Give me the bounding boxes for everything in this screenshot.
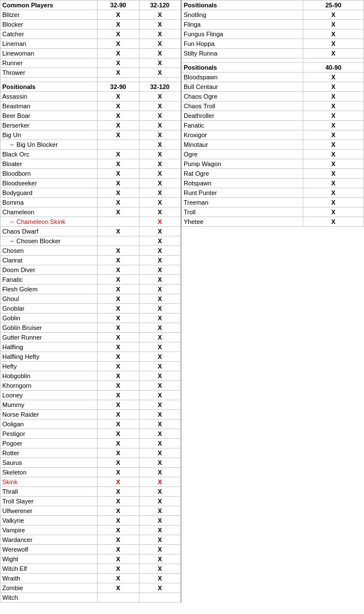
list-item: Witch <box>1 593 181 603</box>
player-name: Norse Raider <box>1 410 98 420</box>
list-item: Runt PunterX <box>182 188 364 198</box>
list-item: RotspawnX <box>182 179 364 188</box>
player-name: Lineman <box>1 39 98 49</box>
list-item: BloodbornXX <box>1 169 181 179</box>
player-name: Goblin Bruiser <box>1 323 98 333</box>
player-name: Treeman <box>182 198 303 208</box>
list-item: WightXX <box>1 554 181 564</box>
player-name: Wight <box>1 554 98 564</box>
list-item: FanaticXX <box>1 275 181 285</box>
player-name: Ogre <box>182 150 303 159</box>
player-name: Chaos Troll <box>182 101 303 111</box>
list-item: Pump WagonX <box>182 159 364 169</box>
list-item: TreemanX <box>182 198 364 208</box>
list-item: Goblin BruiserXX <box>1 323 181 333</box>
list-item: WraithXX <box>1 574 181 583</box>
player-name: Gutter Runner <box>1 333 98 342</box>
list-item: PogoerXX <box>1 439 181 448</box>
list-item: SkeletonXX <box>1 468 181 477</box>
player-name: Big Un <box>1 130 98 140</box>
player-name: Troll Slayer <box>1 497 98 506</box>
list-item: Witch ElfXX <box>1 564 181 574</box>
list-item: LooneyXX <box>1 391 181 400</box>
list-item: KroxigorX <box>182 130 364 140</box>
common-players-header: Common Players 32-90 32-120 <box>1 1 181 10</box>
list-item: VampireXX <box>1 526 181 535</box>
common-col2-header: 32-120 <box>139 1 180 10</box>
list-item: Gutter RunnerXX <box>1 333 181 342</box>
player-name: Stilty Runna <box>182 49 303 58</box>
list-item: CatcherXX <box>1 29 181 39</box>
common-col1-header: 32-90 <box>98 1 139 10</box>
player-name: Fun Hoppa <box>182 39 303 49</box>
list-item: KhorngornXX <box>1 381 181 391</box>
positionals-label: Positionals <box>1 82 98 92</box>
player-name: Looney <box>1 391 98 400</box>
list-item: → Big Un BlockerX <box>1 140 181 150</box>
list-item: ThrowerXX <box>1 68 181 78</box>
list-item: SaurusXX <box>1 458 181 468</box>
list-item: MummyXX <box>1 400 181 410</box>
list-item: GhoulXX <box>1 294 181 304</box>
list-item: Doom DiverXX <box>1 265 181 275</box>
list-item: HalflingXX <box>1 342 181 352</box>
list-item: Troll SlayerXX <box>1 497 181 506</box>
list-item: ValkyrieXX <box>1 516 181 526</box>
list-item: HobgoblinXX <box>1 371 181 381</box>
list-item: RotterXX <box>1 448 181 458</box>
list-item: OoliganXX <box>1 420 181 429</box>
player-name: Hobgoblin <box>1 371 98 381</box>
list-item: BlockerXX <box>1 20 181 29</box>
list-item: HeftyXX <box>1 362 181 371</box>
player-name: → Big Un Blocker <box>1 140 98 150</box>
player-name: Deathroller <box>182 111 303 121</box>
player-name: Saurus <box>1 458 98 468</box>
list-item: WerewolfXX <box>1 545 181 554</box>
player-name: Thrall <box>1 487 98 497</box>
player-name: Bull Centaur <box>182 82 303 92</box>
list-item: BodyguardXX <box>1 188 181 198</box>
list-item: ChameleonXX <box>1 208 181 217</box>
player-name: Snotling <box>182 10 303 20</box>
positionals-header: Positionals 32-90 32-120 <box>1 82 181 92</box>
player-name: Chosen <box>1 246 98 256</box>
list-item: YheteeX <box>182 217 364 227</box>
player-name: Skeleton <box>1 468 98 477</box>
list-item: TrollX <box>182 208 364 217</box>
list-item: BlitzerXX <box>1 10 181 20</box>
player-name: Pestigor <box>1 429 98 439</box>
player-name: Flesh Golem <box>1 285 98 294</box>
player-name: Rat Ogre <box>182 169 303 179</box>
list-item: BommaXX <box>1 198 181 208</box>
list-item: Bull CentaurX <box>182 82 364 92</box>
player-name: Bloodborn <box>1 169 98 179</box>
list-item: Chaos TrollX <box>182 101 364 111</box>
player-name: Gnoblar <box>1 304 98 314</box>
list-item: FanaticX <box>182 121 364 130</box>
player-name: Catcher <box>1 29 98 39</box>
player-name: Bomma <box>1 198 98 208</box>
list-item: Black OrcXX <box>1 150 181 159</box>
player-name: Kroxigor <box>182 130 303 140</box>
right-pos2-col: 40-90 <box>303 63 364 73</box>
list-item: UlfwerenerXX <box>1 506 181 516</box>
list-item: Chaos OgreX <box>182 92 364 101</box>
right-positionals-1-header: Positionals 25-90 <box>182 1 364 10</box>
list-item: BerserkerXX <box>1 121 181 130</box>
player-name: Clanrat <box>1 256 98 265</box>
list-item: ThrallXX <box>1 487 181 497</box>
list-item: BloaterXX <box>1 159 181 169</box>
player-name: Zombie <box>1 583 98 593</box>
player-name: Wraith <box>1 574 98 583</box>
player-name: Beer Boar <box>1 111 98 121</box>
player-name: → Chosen Blocker <box>1 236 98 246</box>
player-name: Fanatic <box>1 275 98 285</box>
right-pos2-label: Positionals <box>182 63 303 73</box>
player-name: Berserker <box>1 121 98 130</box>
list-item: OgreX <box>182 150 364 159</box>
player-name: Troll <box>182 208 303 217</box>
list-item: Chaos DwarfXX <box>1 227 181 236</box>
player-name: Chaos Ogre <box>182 92 303 101</box>
player-name: Wardancer <box>1 535 98 545</box>
list-item: Stilty RunnaX <box>182 49 364 58</box>
